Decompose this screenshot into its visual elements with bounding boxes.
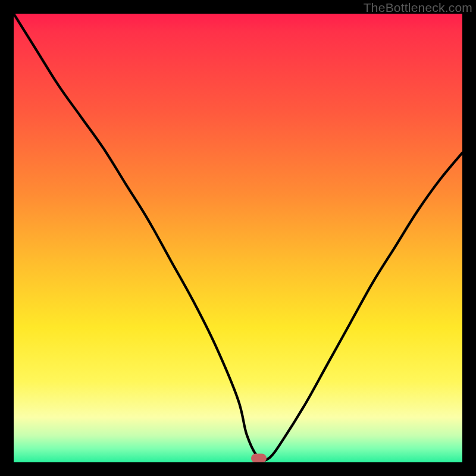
plot-area xyxy=(14,14,462,462)
chart-frame: TheBottleneck.com xyxy=(0,0,476,476)
watermark-text: TheBottleneck.com xyxy=(364,1,472,15)
optimal-marker xyxy=(251,454,267,463)
bottleneck-curve xyxy=(14,14,462,462)
